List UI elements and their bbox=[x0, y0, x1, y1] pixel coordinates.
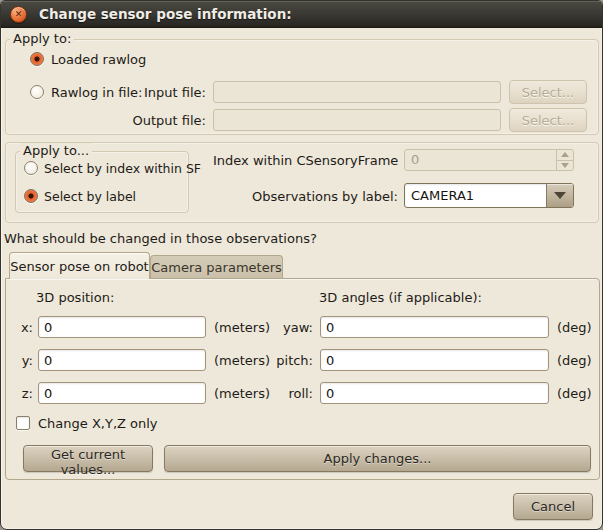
close-icon: ✕ bbox=[11, 7, 26, 22]
apply-to-legend: Apply to: bbox=[10, 31, 74, 46]
get-current-values-button[interactable]: Get current values... bbox=[23, 445, 153, 472]
pitch-unit-label: (deg) bbox=[557, 353, 592, 368]
yaw-input[interactable] bbox=[320, 316, 549, 338]
spinner-buttons bbox=[556, 150, 573, 170]
window-title: Change sensor pose information: bbox=[39, 1, 292, 28]
z-input[interactable] bbox=[38, 382, 206, 404]
pitch-label: pitch: bbox=[269, 353, 313, 368]
index-within-csensoryframe-label: Index within CSensoryFrame bbox=[213, 153, 398, 168]
tab-sensor-pose-on-robot[interactable]: Sensor pose on robot bbox=[9, 252, 150, 279]
y-label: y: bbox=[9, 353, 33, 368]
pitch-input[interactable] bbox=[320, 349, 549, 371]
chevron-down-icon bbox=[554, 192, 566, 199]
change-xyz-only-label[interactable]: Change X,Y,Z only bbox=[38, 416, 158, 431]
combo-dropdown-button[interactable] bbox=[546, 184, 573, 207]
close-button[interactable]: ✕ bbox=[10, 6, 27, 23]
observations-combo-value: CAMERA1 bbox=[411, 188, 474, 203]
3d-position-title: 3D position: bbox=[36, 290, 114, 305]
radio-select-by-label-label[interactable]: Select by label bbox=[44, 189, 136, 204]
output-file-label: Output file: bbox=[121, 113, 206, 128]
arrow-up-icon bbox=[561, 152, 569, 157]
radio-rawlog-in-file[interactable] bbox=[30, 85, 44, 99]
x-input[interactable] bbox=[38, 316, 206, 338]
titlebar[interactable]: ✕ Change sensor pose information: bbox=[1, 1, 602, 28]
input-file-label: Input file: bbox=[121, 85, 206, 100]
index-spinner-value: 0 bbox=[411, 152, 419, 167]
question-label: What should be changed in those observat… bbox=[4, 231, 317, 246]
y-unit-label: (meters) bbox=[214, 353, 270, 368]
radio-select-by-index-label[interactable]: Select by index within SF bbox=[44, 161, 201, 176]
yaw-unit-label: (deg) bbox=[557, 320, 592, 335]
3d-angles-title: 3D angles (if applicable): bbox=[319, 290, 482, 305]
select-output-file-button[interactable]: Select... bbox=[509, 108, 587, 132]
input-file-field[interactable] bbox=[213, 81, 501, 103]
change-xyz-only-checkbox[interactable] bbox=[16, 416, 30, 430]
roll-label: roll: bbox=[269, 386, 313, 401]
y-input[interactable] bbox=[38, 349, 206, 371]
index-spinner[interactable]: 0 bbox=[404, 149, 574, 171]
apply-to-mode-legend: Apply to... bbox=[20, 143, 92, 158]
tab-camera-parameters[interactable]: Camera parameters bbox=[150, 255, 283, 279]
radio-loaded-rawlog[interactable] bbox=[30, 52, 44, 66]
spinner-up-button[interactable] bbox=[557, 150, 573, 160]
radio-select-by-label[interactable] bbox=[24, 189, 38, 203]
x-label: x: bbox=[9, 320, 33, 335]
apply-changes-button[interactable]: Apply changes... bbox=[164, 445, 591, 472]
radio-loaded-rawlog-label[interactable]: Loaded rawlog bbox=[51, 52, 146, 67]
roll-unit-label: (deg) bbox=[557, 386, 592, 401]
radio-select-by-index[interactable] bbox=[24, 161, 38, 175]
roll-input[interactable] bbox=[320, 382, 549, 404]
yaw-label: yaw: bbox=[269, 320, 313, 335]
z-label: z: bbox=[9, 386, 33, 401]
select-input-file-button[interactable]: Select... bbox=[509, 80, 587, 104]
dialog-window: ✕ Change sensor pose information: Apply … bbox=[0, 0, 603, 530]
output-file-field[interactable] bbox=[213, 109, 501, 131]
x-unit-label: (meters) bbox=[214, 320, 270, 335]
spinner-down-button[interactable] bbox=[557, 160, 573, 171]
arrow-down-icon bbox=[561, 163, 569, 168]
observations-by-label-label: Observations by label: bbox=[213, 189, 398, 204]
observations-combo[interactable]: CAMERA1 bbox=[404, 183, 574, 208]
cancel-button[interactable]: Cancel bbox=[513, 493, 593, 520]
z-unit-label: (meters) bbox=[214, 386, 270, 401]
